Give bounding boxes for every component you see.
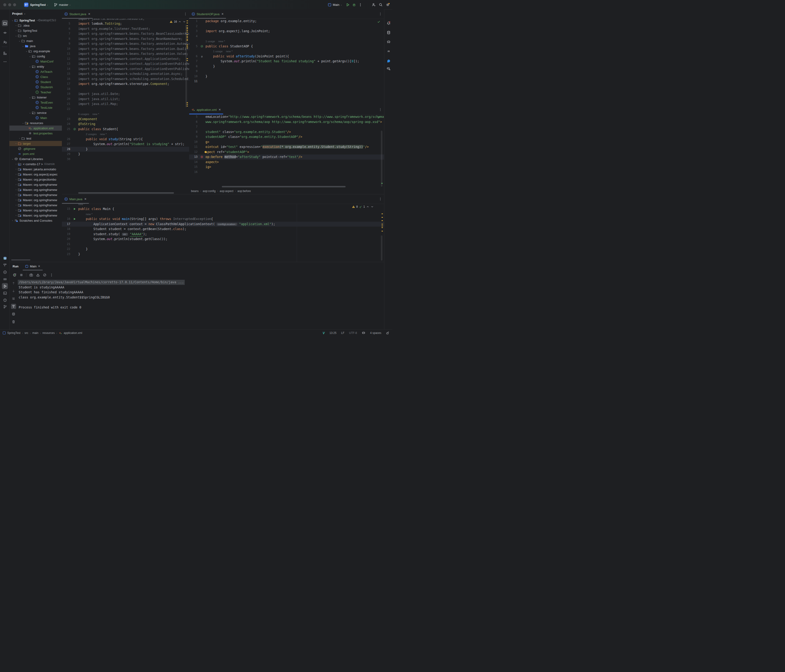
code-line[interactable]: 27 System.out.println("Student is studyi… — [62, 142, 189, 147]
main-editor[interactable]: new *15public class Main { new *16 publi… — [62, 204, 384, 262]
database-toolwindow-button[interactable] — [386, 30, 392, 36]
code-line[interactable]: 22 — [62, 107, 189, 112]
tree-chevron-icon[interactable]: › — [14, 189, 18, 191]
code-line[interactable]: 30 — [62, 157, 189, 162]
code-line[interactable]: 5public class StudentAOP { — [189, 44, 384, 49]
code-line[interactable]: 21 — [62, 242, 384, 247]
tree-chevron-icon[interactable]: ⌄ — [28, 65, 32, 68]
code-line[interactable]: 29} — [62, 152, 189, 157]
tree-chevron-icon[interactable]: › — [14, 163, 18, 165]
tree-chevron-icon[interactable]: › — [14, 173, 18, 175]
tree-item-teacher[interactable]: ITeacher — [9, 90, 62, 95]
tree-chevron-icon[interactable]: › — [14, 24, 18, 27]
breadcrumb-aop-aspect[interactable]: aop:aspect — [220, 189, 233, 193]
xml-inspection-widget[interactable] — [377, 116, 380, 119]
code-line[interactable]: 9studentAOP" class="org.example.entity.S… — [189, 134, 384, 140]
tree-chevron-icon[interactable]: › — [14, 199, 18, 201]
editor-options-icon[interactable] — [378, 108, 382, 112]
tree-chevron-icon[interactable]: ⌄ — [21, 122, 25, 124]
tree-chevron-icon[interactable]: ⌄ — [11, 19, 14, 22]
tree-chevron-icon[interactable]: › — [14, 183, 18, 186]
code-line[interactable]: 16 public static void main(String[] args… — [62, 217, 384, 222]
terminal-toolwindow-button[interactable] — [2, 290, 8, 296]
tree-item-pom.xml[interactable]: mpom.xml — [9, 151, 62, 156]
code-line[interactable]: 15ig> — [189, 165, 384, 170]
code-line[interactable]: 7 System.out.println("Student has finish… — [189, 59, 384, 64]
project-selector[interactable]: SpringTest⌄ — [30, 3, 49, 6]
tree-item-config[interactable]: ⌄config — [9, 54, 62, 59]
tree-chevron-icon[interactable]: ⌄ — [28, 96, 32, 98]
line-separator[interactable]: LF — [341, 331, 344, 335]
run-gutter-icon[interactable] — [72, 217, 77, 222]
copilot-status-icon[interactable] — [362, 331, 366, 335]
code-line[interactable]: 6www.springframework.org/schema/aop http… — [189, 120, 384, 125]
tree-item-student[interactable]: CStudent — [9, 80, 62, 84]
aop-editor[interactable]: 1package org.example.entity;23import org… — [189, 19, 384, 105]
code-line[interactable]: 11import org.springframework.beans.facto… — [62, 51, 189, 56]
usage-hint[interactable]: 2 usages — [86, 133, 97, 136]
code-line[interactable]: 22 } — [62, 246, 384, 252]
tree-item-listener[interactable]: ⌄listener — [9, 95, 62, 100]
tree-item-testliste[interactable]: CTestListe — [9, 105, 62, 110]
code-line[interactable]: 8import org.springframework.beans.factor… — [62, 36, 189, 42]
code-line[interactable]: 23} — [62, 252, 384, 257]
mascot-plugin-icon[interactable] — [2, 255, 8, 261]
tree-item-resources[interactable]: ⌄resources — [9, 120, 62, 126]
tree-chevron-icon[interactable]: › — [14, 204, 18, 206]
aop-inspection-widget[interactable] — [377, 20, 380, 23]
code-line[interactable]: 19import java.util.Date; — [62, 92, 189, 97]
tree-chevron-icon[interactable]: › — [14, 194, 18, 196]
code-line[interactable]: 10g> — [189, 140, 384, 145]
code-line[interactable]: 6@ public void afterStudy(JoinPoint poin… — [189, 54, 384, 59]
usage-hint[interactable]: 1 usage — [213, 50, 223, 53]
more-actions-icon[interactable] — [358, 3, 362, 7]
tree-item-org.example[interactable]: ⌄org.example — [9, 48, 62, 54]
tree-chevron-icon[interactable]: › — [14, 178, 18, 181]
tree-chevron-icon[interactable]: ⌄ — [28, 112, 32, 114]
tree-chevron-icon[interactable]: › — [14, 209, 18, 211]
xml-hscrollbar[interactable] — [222, 186, 346, 187]
tree-item-application.xml[interactable]: application.xml — [9, 126, 62, 131]
tree-item-.idea[interactable]: ›.idea — [9, 23, 62, 28]
tree-chevron-icon[interactable]: › — [18, 137, 21, 140]
copilot-toolwindow-button[interactable] — [386, 39, 392, 45]
code-line[interactable]: 20 System.out.println(student.getClass()… — [62, 237, 384, 242]
gc-icon[interactable] — [43, 273, 47, 277]
tree-item-external-libraries[interactable]: ⌄External Libraries — [9, 156, 62, 161]
code-line[interactable]: 11 — [189, 79, 384, 84]
tree-item-springtest[interactable]: ›SpringTest — [9, 28, 62, 33]
usage-hint[interactable]: new * — [226, 50, 233, 53]
tree-chevron-icon[interactable]: › — [14, 168, 18, 170]
code-line[interactable]: 12spect ref="studentAOP"> — [189, 150, 384, 155]
tree-item-src[interactable]: ⌄src — [9, 33, 62, 38]
more-toolwindows-button[interactable] — [2, 59, 8, 65]
window-close-icon[interactable] — [3, 3, 6, 6]
bean-gutter-icon[interactable] — [72, 127, 77, 132]
tab-studentaop-java[interactable]: C StudentAOP.java✕ — [189, 9, 226, 19]
tree-chevron-icon[interactable]: ⌄ — [25, 50, 28, 52]
code-line[interactable]: 4 — [189, 34, 384, 39]
tree-chevron-icon[interactable]: › — [14, 214, 18, 217]
status-path-src[interactable]: src — [25, 331, 28, 335]
tree-item-testeven[interactable]: CTestEven — [9, 100, 62, 105]
window-minimize-icon[interactable] — [8, 3, 11, 6]
usage-hint[interactable]: new * — [218, 40, 225, 43]
ai-chat-toolwindow-button[interactable] — [386, 58, 392, 64]
close-tab-icon[interactable]: ✕ — [88, 12, 91, 16]
tree-item-entity[interactable]: ⌄entity — [9, 64, 62, 69]
editor-options-icon[interactable] — [378, 197, 382, 201]
close-tab-icon[interactable]: ✕ — [38, 265, 40, 268]
readonly-lock-icon[interactable] — [386, 331, 389, 335]
code-line[interactable]: 8 } — [189, 64, 384, 69]
code-line[interactable]: 16import org.springframework.scheduling.… — [62, 76, 189, 82]
thread-dump-camera-icon[interactable] — [29, 273, 33, 277]
branch-selector[interactable]: master⌄ — [53, 3, 72, 7]
bean-gutter-icon[interactable] — [199, 44, 204, 49]
code-with-me-button[interactable]: ? — [2, 39, 8, 45]
code-line[interactable]: 10import org.springframework.beans.facto… — [62, 47, 189, 51]
status-path-application.xml[interactable]: application.xml — [64, 331, 82, 335]
usage-hint[interactable]: 6 usages — [78, 113, 89, 115]
main-vscrollbar[interactable] — [381, 235, 382, 260]
dump-to-file-icon[interactable] — [36, 273, 40, 277]
code-line[interactable]: 28 } — [62, 147, 189, 152]
